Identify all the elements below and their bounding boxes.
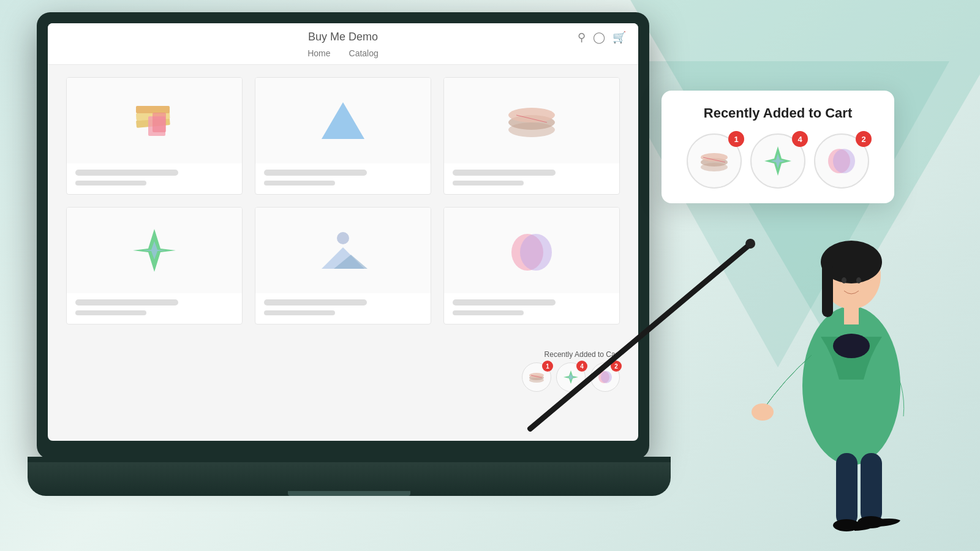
- laptop-base: [28, 462, 671, 496]
- browser-header: Buy Me Demo ⚲ ◯ 🛒 Home Catalog: [48, 23, 638, 65]
- product-info-4: [67, 293, 242, 324]
- cart-item-popup-3[interactable]: 2: [814, 133, 869, 189]
- product-title-bar-2: [264, 170, 367, 176]
- person-illustration: [723, 171, 980, 551]
- product-info-2: [255, 163, 431, 194]
- svg-marker-11: [142, 241, 167, 260]
- product-price-bar-5: [264, 310, 335, 315]
- nav-home[interactable]: Home: [307, 48, 330, 58]
- product-info-3: [444, 163, 619, 194]
- product-price-bar-2: [264, 181, 335, 186]
- cart-icon[interactable]: 🛒: [612, 31, 626, 44]
- product-card-1[interactable]: [66, 77, 243, 195]
- cart-popup-title: Recently Added to Cart: [679, 105, 877, 121]
- cart-badge-small-2: 4: [576, 361, 587, 372]
- svg-rect-2: [136, 106, 170, 113]
- cart-widget-small: Recently Added to Cart 1: [522, 350, 620, 392]
- laptop-screen-outer: Buy Me Demo ⚲ ◯ 🛒 Home Catalog: [37, 12, 649, 459]
- product-info-1: [67, 163, 242, 194]
- svg-point-8: [508, 108, 555, 122]
- cart-badge-small-1: 1: [542, 361, 553, 372]
- product-image-3: [444, 78, 619, 163]
- svg-point-38: [856, 277, 861, 283]
- cart-items-row: 1 4 2: [679, 133, 877, 189]
- svg-point-12: [337, 232, 349, 244]
- product-info-5: [255, 293, 431, 324]
- product-price-bar-1: [75, 181, 146, 186]
- product-image-2: [255, 78, 431, 163]
- svg-rect-39: [844, 306, 859, 324]
- product-title-bar-4: [75, 299, 178, 305]
- svg-rect-36: [822, 262, 833, 317]
- svg-rect-42: [836, 453, 858, 527]
- cart-badge-popup-2: 4: [792, 131, 808, 147]
- product-price-bar-3: [453, 181, 524, 186]
- cart-item-popup-1[interactable]: 1: [687, 133, 742, 189]
- product-title-bar-6: [453, 299, 556, 305]
- product-card-4[interactable]: [66, 207, 243, 324]
- laptop: Buy Me Demo ⚲ ◯ 🛒 Home Catalog: [37, 12, 662, 520]
- product-title-bar-1: [75, 170, 178, 176]
- svg-marker-30: [771, 154, 785, 168]
- search-icon[interactable]: ⚲: [578, 31, 586, 44]
- svg-marker-22: [567, 373, 575, 381]
- main-nav: Home Catalog: [60, 48, 626, 64]
- svg-point-33: [802, 306, 900, 465]
- app-title: Buy Me Demo: [60, 31, 626, 43]
- product-card-2[interactable]: [255, 77, 431, 195]
- product-image-4: [67, 208, 242, 293]
- header-icons: ⚲ ◯ 🛒: [578, 31, 626, 44]
- product-title-bar-3: [453, 170, 556, 176]
- svg-rect-4: [153, 113, 166, 132]
- nav-catalog[interactable]: Catalog: [349, 48, 379, 58]
- svg-point-41: [752, 403, 774, 421]
- product-image-5: [255, 208, 431, 293]
- cart-popup-large: Recently Added to Cart 1 4: [662, 91, 894, 203]
- product-title-bar-5: [264, 299, 367, 305]
- cart-item-small-1[interactable]: 1: [522, 362, 551, 392]
- product-price-bar-6: [453, 310, 524, 315]
- product-image-6: [444, 208, 619, 293]
- product-card-6[interactable]: [443, 207, 620, 324]
- svg-point-16: [520, 234, 552, 271]
- user-icon[interactable]: ◯: [593, 31, 605, 44]
- svg-marker-5: [322, 102, 364, 139]
- cart-label-small: Recently Added to Cart: [522, 350, 620, 359]
- product-info-6: [444, 293, 619, 324]
- cart-item-popup-2[interactable]: 4: [750, 133, 805, 189]
- svg-rect-43: [861, 453, 882, 523]
- svg-point-27: [701, 153, 728, 162]
- product-image-1: [67, 78, 242, 163]
- laptop-screen-inner: Buy Me Demo ⚲ ◯ 🛒 Home Catalog: [48, 23, 638, 441]
- cart-badge-popup-3: 2: [856, 131, 872, 147]
- svg-point-40: [833, 334, 870, 358]
- product-card-5[interactable]: [255, 207, 431, 324]
- product-price-bar-4: [75, 310, 146, 315]
- svg-point-32: [833, 149, 855, 173]
- svg-point-37: [842, 277, 846, 283]
- product-card-3[interactable]: [443, 77, 620, 195]
- cart-badge-popup-1: 1: [728, 131, 744, 147]
- svg-point-24: [601, 371, 612, 383]
- product-grid: [48, 65, 638, 337]
